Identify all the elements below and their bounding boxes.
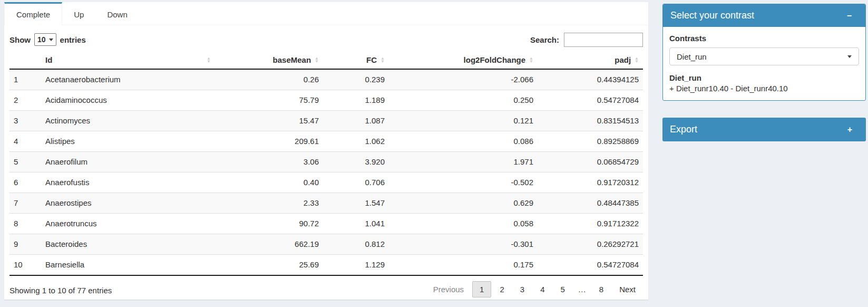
log2foldchange-cell: -2.066 (389, 69, 538, 90)
export-panel[interactable]: Export + (662, 118, 866, 141)
table-row: 9Bacteroides662.190.812-0.3010.26292721 (9, 234, 643, 255)
expand-plus-icon[interactable]: + (841, 126, 859, 134)
column-header-log2fc[interactable]: log2FoldChange▲▼ (389, 51, 538, 69)
padj-cell: 0.48447385 (538, 193, 643, 214)
row-index-cell: 6 (9, 172, 41, 193)
fc-cell: 1.547 (323, 193, 389, 214)
sort-icon: ▲▼ (635, 57, 639, 63)
fc-cell: 0.239 (323, 69, 389, 90)
header-row: Id▲▼baseMean▲▼FC▲▼log2FoldChange▲▼padj▲▼ (9, 51, 643, 69)
row-index-cell: 10 (9, 255, 41, 276)
contrast-panel-header: Select your contrast − (663, 4, 865, 27)
basemean-cell: 90.72 (215, 214, 323, 234)
pagination-previous[interactable]: Previous (426, 281, 471, 298)
padj-cell: 0.54727084 (538, 90, 643, 111)
pagination-ellipsis: … (573, 281, 591, 298)
fc-cell: 1.129 (323, 255, 389, 276)
id-cell: Barnesiella (41, 255, 215, 276)
pagination-next[interactable]: Next (612, 281, 643, 298)
log2foldchange-cell: -0.301 (389, 234, 538, 255)
log2foldchange-cell: -0.502 (389, 172, 538, 193)
padj-cell: 0.89258869 (538, 131, 643, 152)
column-label: Id (45, 55, 52, 64)
table-row: 8Anaerotruncus90.721.0410.0580.91712322 (9, 214, 643, 234)
table-row: 1Acetanaerobacterium0.260.239-2.0660.443… (9, 69, 643, 90)
page-length-select[interactable]: 10 (34, 33, 56, 46)
padj-cell: 0.83154513 (538, 111, 643, 131)
table-row: 5Anaerofilum3.063.9201.9710.06854729 (9, 152, 643, 172)
tab-down[interactable]: Down (95, 2, 139, 25)
column-header-baseMean[interactable]: baseMean▲▼ (215, 51, 323, 69)
basemean-cell: 15.47 (215, 111, 323, 131)
padj-cell: 0.26292721 (538, 234, 643, 255)
page-length-control: Show 10 entries (9, 33, 86, 46)
pagination-8[interactable]: 8 (592, 281, 611, 298)
basemean-cell: 662.19 (215, 234, 323, 255)
id-cell: Bacteroides (41, 234, 215, 255)
row-index-cell: 3 (9, 111, 41, 131)
pagination-5[interactable]: 5 (553, 281, 572, 298)
page: CompleteUpDown Show 10 entries Search: I… (0, 0, 868, 307)
tab-complete[interactable]: Complete (4, 2, 62, 25)
column-header-id[interactable]: Id▲▼ (41, 51, 215, 69)
row-index-cell: 2 (9, 90, 41, 111)
basemean-cell: 75.79 (215, 90, 323, 111)
basemean-cell: 0.26 (215, 69, 323, 90)
column-label: FC (366, 55, 377, 64)
log2foldchange-cell: 0.121 (389, 111, 538, 131)
id-cell: Anaerofilum (41, 152, 215, 172)
pagination-3[interactable]: 3 (513, 281, 532, 298)
table-info: Showing 1 to 10 of 77 entries (9, 284, 112, 295)
contrast-name: Diet_run (669, 73, 859, 82)
page-length-value: 10 (37, 35, 46, 44)
search-input[interactable] (564, 33, 643, 47)
tab-up[interactable]: Up (62, 2, 95, 25)
entries-label: entries (60, 35, 86, 44)
table-row: 10Barnesiella25.691.1290.1750.54727084 (9, 255, 643, 276)
datatable-footer: Showing 1 to 10 of 77 entries Previous12… (9, 281, 643, 298)
log2foldchange-cell: 0.629 (389, 193, 538, 214)
row-index-cell: 7 (9, 193, 41, 214)
pagination-2[interactable]: 2 (492, 281, 511, 298)
id-cell: Anaerofustis (41, 172, 215, 193)
contrasts-label: Contrasts (669, 34, 859, 43)
pagination-1[interactable]: 1 (472, 281, 491, 298)
column-label: padj (615, 55, 631, 64)
contrast-panel: Select your contrast − Contrasts Diet_ru… (662, 4, 866, 101)
padj-cell: 0.06854729 (538, 152, 643, 172)
padj-cell: 0.91712322 (538, 214, 643, 234)
contrast-panel-title: Select your contrast (670, 10, 754, 21)
fc-cell: 3.920 (323, 152, 389, 172)
pagination: Previous12345…8Next (425, 281, 643, 298)
column-header-fc[interactable]: FC▲▼ (323, 51, 389, 69)
sort-icon: ▲▼ (315, 57, 319, 63)
collapse-minus-icon[interactable]: − (841, 12, 858, 20)
tab-bar: CompleteUpDown (4, 2, 648, 25)
column-label: baseMean (273, 55, 311, 64)
caret-down-icon (847, 55, 852, 58)
caret-down-icon (49, 39, 53, 41)
results-widget: CompleteUpDown Show 10 entries Search: I… (4, 2, 648, 300)
show-label: Show (9, 35, 31, 44)
log2foldchange-cell: 0.086 (389, 131, 538, 152)
sort-icon: ▲▼ (381, 57, 385, 63)
search-control: Search: (530, 33, 643, 47)
fc-cell: 0.706 (323, 172, 389, 193)
column-header-padj[interactable]: padj▲▼ (538, 51, 643, 69)
id-cell: Actinomyces (41, 111, 215, 131)
row-index-cell: 4 (9, 131, 41, 152)
fc-cell: 0.812 (323, 234, 389, 255)
table-row: 7Anaerostipes2.331.5470.6290.48447385 (9, 193, 643, 214)
column-label: log2FoldChange (464, 55, 526, 64)
basemean-cell: 2.33 (215, 193, 323, 214)
fc-cell: 1.062 (323, 131, 389, 152)
basemean-cell: 3.06 (215, 152, 323, 172)
log2foldchange-cell: 0.250 (389, 90, 538, 111)
pagination-4[interactable]: 4 (533, 281, 552, 298)
contrast-select[interactable]: Diet_run (669, 47, 859, 65)
datatable-toolbar: Show 10 entries Search: (9, 32, 643, 47)
id-cell: Alistipes (41, 131, 215, 152)
sort-icon: ▲▼ (207, 57, 211, 63)
table-row: 3Actinomyces15.471.0870.1210.83154513 (9, 111, 643, 131)
contrast-select-value: Diet_run (677, 52, 707, 61)
